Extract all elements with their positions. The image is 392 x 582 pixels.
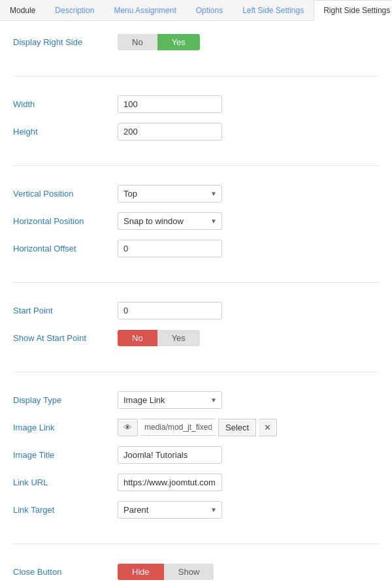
- image-path-input[interactable]: [140, 419, 216, 436]
- show-yes-button[interactable]: Yes: [157, 330, 200, 346]
- close-button-toggle-group: Hide Show: [118, 564, 214, 580]
- show-at-start-row: Show At Start Point No Yes: [13, 327, 379, 348]
- horizontal-offset-row: Horizontal Offset: [13, 238, 379, 259]
- horizontal-position-wrap: Snap to window Left Right ▼: [118, 212, 222, 230]
- image-link-label: Image Link: [13, 423, 118, 432]
- display-no-button[interactable]: No: [118, 34, 157, 50]
- show-no-button[interactable]: No: [118, 330, 157, 346]
- image-link-row: Image Link 👁 Select ✕: [13, 417, 379, 438]
- width-label: Width: [13, 99, 118, 109]
- divider-2: [13, 165, 379, 166]
- show-at-start-label: Show At Start Point: [13, 333, 118, 343]
- vertical-position-select[interactable]: Top Middle Bottom: [118, 185, 222, 202]
- show-at-start-toggle-group: No Yes: [118, 330, 200, 346]
- divider-1: [13, 76, 379, 76]
- start-point-label: Start Point: [13, 306, 118, 315]
- tab-left-side-settings[interactable]: Left Side Settings: [233, 0, 314, 20]
- link-target-row: Link Target Parent Self Blank ▼: [13, 499, 379, 520]
- close-show-button[interactable]: Show: [164, 564, 214, 580]
- display-type-label: Display Type: [13, 395, 118, 405]
- tab-description[interactable]: Description: [45, 0, 104, 20]
- display-right-side-label: Display Right Side: [13, 37, 118, 47]
- width-input[interactable]: [118, 95, 222, 113]
- vertical-position-row: Vertical Position Top Middle Bottom ▼: [13, 183, 379, 204]
- divider-5: [13, 543, 379, 544]
- display-type-wrap: Image Link Text Icon ▼: [118, 391, 222, 409]
- horizontal-position-row: Horizontal Position Snap to window Left …: [13, 210, 379, 231]
- display-yes-button[interactable]: Yes: [157, 34, 200, 50]
- tab-module[interactable]: Module: [0, 0, 45, 20]
- width-row: Width: [13, 93, 379, 114]
- close-button-row: Close Button Hide Show: [13, 561, 379, 582]
- horizontal-position-select[interactable]: Snap to window Left Right: [118, 212, 222, 230]
- eye-button[interactable]: 👁: [118, 419, 138, 436]
- horizontal-position-label: Horizontal Position: [13, 216, 118, 226]
- close-button-label: Close Button: [13, 567, 118, 577]
- height-label: Height: [13, 127, 118, 137]
- display-toggle-group: No Yes: [118, 34, 200, 50]
- image-title-label: Image Title: [13, 450, 118, 460]
- tab-menu-assignment[interactable]: Menu Assignment: [104, 0, 186, 20]
- link-target-wrap: Parent Self Blank ▼: [118, 501, 222, 519]
- divider-4: [13, 372, 379, 372]
- tab-bar: Module Description Menu Assignment Optio…: [0, 0, 392, 21]
- link-url-label: Link URL: [13, 477, 118, 487]
- start-point-row: Start Point: [13, 300, 379, 321]
- image-link-controls: 👁 Select ✕: [118, 419, 277, 436]
- tab-options[interactable]: Options: [186, 0, 233, 20]
- form-content: Display Right Side No Yes Width Height V…: [0, 21, 392, 582]
- height-input[interactable]: [118, 123, 222, 140]
- vertical-position-wrap: Top Middle Bottom ▼: [118, 185, 222, 202]
- divider-3: [13, 282, 379, 283]
- select-image-button[interactable]: Select: [218, 419, 256, 436]
- link-target-select[interactable]: Parent Self Blank: [118, 501, 222, 519]
- close-hide-button[interactable]: Hide: [118, 564, 164, 580]
- display-type-row: Display Type Image Link Text Icon ▼: [13, 389, 379, 410]
- link-url-row: Link URL: [13, 472, 379, 493]
- display-right-side-row: Display Right Side No Yes: [13, 31, 379, 52]
- tab-right-side-settings[interactable]: Right Side Settings: [314, 0, 392, 21]
- horizontal-offset-label: Horizontal Offset: [13, 244, 118, 253]
- vertical-position-label: Vertical Position: [13, 189, 118, 199]
- clear-image-button[interactable]: ✕: [259, 419, 277, 436]
- image-title-row: Image Title: [13, 444, 379, 465]
- image-title-input[interactable]: [118, 446, 222, 464]
- height-row: Height: [13, 121, 379, 142]
- display-type-select[interactable]: Image Link Text Icon: [118, 391, 222, 409]
- horizontal-offset-input[interactable]: [118, 240, 222, 257]
- link-url-input[interactable]: [118, 474, 222, 491]
- start-point-input[interactable]: [118, 302, 222, 319]
- link-target-label: Link Target: [13, 505, 118, 515]
